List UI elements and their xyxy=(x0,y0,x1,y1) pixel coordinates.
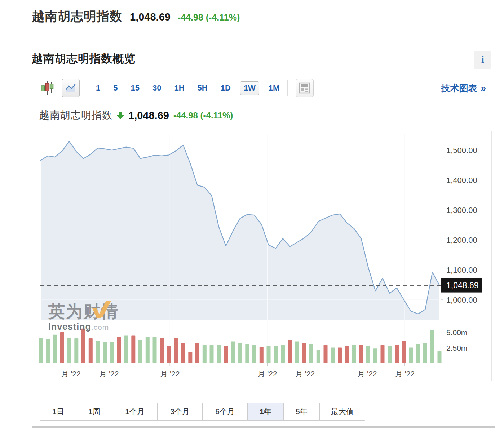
y-axis-label: 1,000.00 xyxy=(446,295,477,305)
x-axis-label: 月 '22 xyxy=(61,369,81,378)
interval-selector: 1515301H5H1D1W1M xyxy=(96,83,279,93)
volume-bar xyxy=(388,346,392,363)
info-icon[interactable]: i xyxy=(474,51,491,69)
volume-bar xyxy=(110,342,114,363)
volume-bar xyxy=(416,344,420,363)
chart-instrument-name: 越南胡志明指数 xyxy=(39,109,112,122)
interval-1h[interactable]: 1H xyxy=(174,83,184,93)
interval-1w[interactable]: 1W xyxy=(240,81,259,95)
y-axis-label: 1,300.00 xyxy=(446,206,477,215)
volume-bar xyxy=(217,345,221,363)
interval-30[interactable]: 30 xyxy=(152,83,161,93)
news-layout-icon xyxy=(299,82,311,94)
interval-1[interactable]: 1 xyxy=(96,83,100,93)
volume-bar xyxy=(373,348,377,363)
range-selector: 1日1周1个月3个月6个月1年5年最大值 xyxy=(40,403,365,421)
volume-bar xyxy=(53,335,57,363)
interval-1d[interactable]: 1D xyxy=(221,83,231,93)
volume-bar xyxy=(366,346,370,363)
news-view-button[interactable] xyxy=(296,79,314,97)
volume-bar xyxy=(103,342,107,363)
header-change: -44.98 (-4.11%) xyxy=(178,12,240,23)
volume-bar xyxy=(174,338,178,363)
volume-bar xyxy=(138,340,142,363)
y-axis-label: 1,100.00 xyxy=(446,266,477,275)
page-title: 越南胡志明指数 xyxy=(32,8,123,25)
volume-bar xyxy=(46,339,50,363)
y-axis-label: 1,500.00 xyxy=(446,146,477,155)
volume-axis-label: 2.50m xyxy=(446,344,467,352)
price-area xyxy=(41,141,439,320)
chart-change: -44.98 (-4.11%) xyxy=(173,110,233,121)
volume-bar xyxy=(203,345,207,363)
range-3[interactable]: 1个月 xyxy=(112,403,158,420)
chart-panel: 1515301H5H1D1W1M 技术图表 » 越南胡志明指数 1,048.69… xyxy=(32,76,495,428)
volume-bar xyxy=(238,343,242,363)
range-4[interactable]: 3个月 xyxy=(158,403,203,420)
volume-bar xyxy=(267,346,271,363)
volume-bar xyxy=(124,336,128,363)
toolbar-divider xyxy=(88,80,88,96)
y-axis-label: 1,400.00 xyxy=(446,176,477,185)
range-8[interactable]: 最大值 xyxy=(320,403,365,420)
double-chevron-right-icon: » xyxy=(481,83,486,94)
range-5[interactable]: 6个月 xyxy=(203,403,248,420)
volume-bar xyxy=(288,340,292,363)
candlestick-chart-button[interactable] xyxy=(39,79,55,97)
price-volume-chart[interactable]: 1,500.001,400.001,300.001,200.001,100.00… xyxy=(32,130,495,383)
volume-bar xyxy=(167,346,171,363)
volume-bar xyxy=(302,343,306,363)
volume-bar xyxy=(188,352,192,363)
range-2[interactable]: 1周 xyxy=(76,403,112,420)
volume-bars xyxy=(39,329,442,363)
volume-bar xyxy=(295,342,299,363)
volume-bar xyxy=(260,347,264,363)
volume-bar xyxy=(224,346,228,363)
volume-bar xyxy=(153,337,157,363)
volume-bar xyxy=(245,344,249,363)
down-arrow-icon xyxy=(117,111,124,120)
interval-5[interactable]: 5 xyxy=(113,83,118,93)
x-axis-label: 月 '22 xyxy=(99,369,119,378)
interval-1m[interactable]: 1M xyxy=(269,83,280,93)
volume-bar xyxy=(338,348,342,363)
volume-bar xyxy=(89,338,93,363)
volume-bar xyxy=(131,336,135,363)
line-chart-button[interactable] xyxy=(62,79,80,97)
range-6[interactable]: 1年 xyxy=(248,403,284,420)
x-axis-label: 月 '22 xyxy=(257,369,277,378)
instrument-header: 越南胡志明指数 1,048.69 -44.98 (-4.11%) xyxy=(32,8,240,25)
x-axis-label: 月 '22 xyxy=(357,369,377,378)
volume-bar xyxy=(67,338,71,363)
volume-bar xyxy=(281,345,285,363)
volume-bar xyxy=(252,345,256,363)
header-last-price: 1,048.69 xyxy=(130,11,171,23)
volume-bar xyxy=(352,345,356,363)
x-axis-label: 月 '22 xyxy=(160,369,180,378)
technical-chart-link[interactable]: 技术图表 » xyxy=(441,82,486,94)
info-icon-glyph: i xyxy=(481,54,484,65)
volume-bar xyxy=(195,343,199,363)
candlestick-icon xyxy=(40,80,54,96)
technical-chart-label: 技术图表 xyxy=(441,82,477,94)
volume-bar xyxy=(409,348,413,363)
volume-bar xyxy=(317,350,320,363)
volume-bar xyxy=(81,329,85,363)
toolbar-divider-2 xyxy=(287,80,288,96)
volume-bar xyxy=(345,346,349,363)
volume-bar xyxy=(39,338,43,363)
volume-bar xyxy=(181,343,185,363)
volume-bar xyxy=(402,341,406,363)
range-1[interactable]: 1日 xyxy=(40,403,76,420)
x-axis-label: 月 '22 xyxy=(295,369,315,378)
volume-bar xyxy=(231,342,235,363)
volume-axis-label: 5.00m xyxy=(446,328,467,337)
volume-bar xyxy=(210,345,214,363)
volume-bar xyxy=(331,348,335,363)
x-axis-label: 月 '22 xyxy=(395,369,415,378)
range-7[interactable]: 5年 xyxy=(284,403,320,420)
interval-15[interactable]: 15 xyxy=(131,83,140,93)
volume-bar xyxy=(309,344,313,363)
interval-5h[interactable]: 5H xyxy=(198,83,208,93)
y-axis-label: 1,200.00 xyxy=(446,236,477,245)
